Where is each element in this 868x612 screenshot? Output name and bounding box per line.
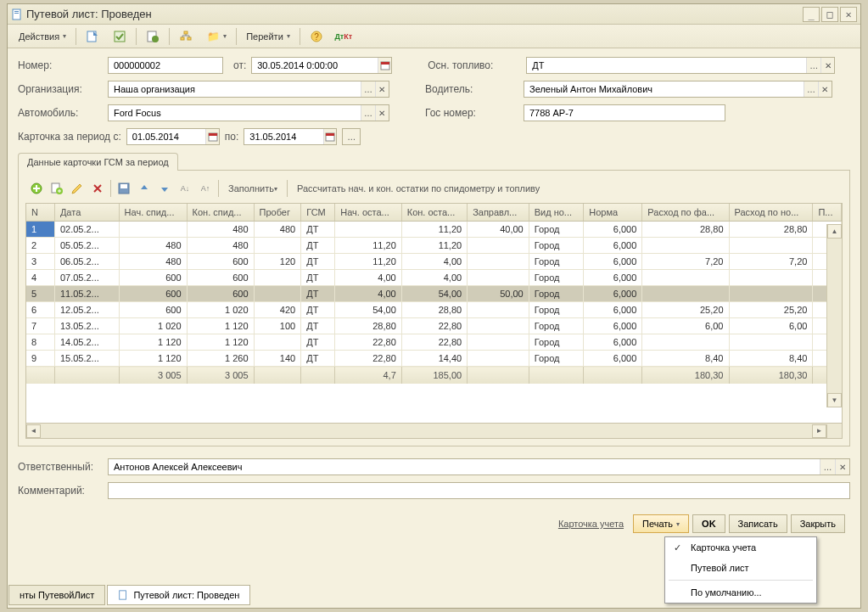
grid-header[interactable]: Кон. спид... [187, 204, 254, 222]
select-icon[interactable]: … [820, 459, 834, 474]
folder-icon[interactable]: 📁▾ [200, 27, 232, 46]
org-field[interactable]: …✕ [108, 81, 389, 98]
calendar-icon[interactable] [323, 129, 336, 144]
table-row[interactable]: 612.05.2...6001 020420ДТ54,0028,80Город6… [26, 302, 842, 318]
calendar-icon[interactable] [205, 129, 218, 144]
comment-field[interactable] [108, 482, 850, 499]
dtkt-icon[interactable]: ДтКт [331, 27, 356, 46]
period-from-field[interactable] [126, 128, 220, 145]
popup-trip[interactable]: Путевой лист [665, 558, 816, 578]
scrollbar-vertical[interactable]: ▲ ▼ [826, 224, 842, 407]
table-row[interactable]: 814.05.2...1 1201 120ДТ22,8022,80Город6,… [26, 334, 842, 351]
scroll-up-icon[interactable]: ▲ [827, 224, 842, 239]
move-down-icon[interactable] [155, 179, 174, 198]
calendar-icon[interactable] [378, 58, 391, 73]
scroll-left-icon[interactable]: ◄ [26, 424, 41, 438]
card-link[interactable]: Карточка учета [552, 514, 630, 533]
select-icon[interactable]: … [361, 105, 374, 121]
actions-menu[interactable]: Действия▾ [13, 27, 72, 46]
add-icon[interactable] [27, 179, 46, 198]
to-label: по: [225, 131, 239, 143]
auto-field[interactable]: …✕ [108, 104, 389, 121]
grid-header[interactable]: ГСМ [301, 204, 335, 222]
grid-header[interactable]: П... [813, 204, 842, 222]
help-icon[interactable]: ? [304, 27, 329, 46]
save-button[interactable]: Записать [729, 514, 787, 533]
date-field[interactable] [251, 57, 392, 74]
data-grid[interactable]: NДатаНач. спид...Кон. спид...ПробегГСМНа… [25, 203, 843, 424]
period-select-button[interactable]: … [342, 128, 361, 145]
regnum-field[interactable] [524, 104, 725, 121]
select-icon[interactable]: … [804, 81, 817, 97]
clear-icon[interactable]: ✕ [818, 81, 832, 97]
table-row[interactable]: 102.05.2...480480ДТ11,2040,00Город6,0002… [26, 222, 842, 238]
fuel-field[interactable]: …✕ [526, 57, 835, 74]
period-to-field[interactable] [244, 128, 337, 145]
grid-header[interactable]: Нач. оста... [335, 204, 401, 222]
grid-header[interactable]: Расход по но... [729, 204, 813, 222]
close-button[interactable]: Закрыть [791, 514, 845, 533]
bottom-tab-right[interactable]: Путевой лист: Проведен [107, 585, 250, 605]
grid-header[interactable]: Нач. спид... [119, 204, 187, 222]
save-grid-icon[interactable] [115, 179, 133, 198]
clear-icon[interactable]: ✕ [820, 58, 834, 73]
table-row[interactable]: 205.05.2...480480ДТ11,2011,20Город6,000 [26, 238, 842, 254]
select-icon[interactable]: … [806, 58, 820, 73]
post-icon[interactable] [80, 27, 105, 46]
svg-rect-17 [326, 133, 334, 136]
svg-rect-0 [13, 9, 20, 20]
recalc-button[interactable]: Рассчитать нач. и кон. остатки по спидом… [291, 179, 546, 198]
responsible-label: Ответственный: [18, 461, 103, 473]
popup-card[interactable]: Карточка учета [665, 537, 816, 558]
fuel-label: Осн. топливо: [428, 59, 521, 71]
table-row[interactable]: 306.05.2...480600120ДТ11,204,00Город6,00… [26, 254, 842, 270]
clear-icon[interactable]: ✕ [375, 81, 389, 97]
goto-menu[interactable]: Перейти▾ [240, 27, 296, 46]
edit-icon[interactable] [68, 179, 87, 198]
grid-header[interactable]: Расход по фа... [642, 204, 729, 222]
svg-rect-15 [209, 133, 217, 136]
scroll-right-icon[interactable]: ► [812, 424, 826, 438]
table-row[interactable]: 511.05.2...600600ДТ4,0054,0050,00Город6,… [26, 286, 842, 302]
sort-desc-icon[interactable]: A↑ [196, 179, 215, 198]
grid-header[interactable]: Норма [584, 204, 642, 222]
svg-rect-8 [181, 37, 184, 40]
regnum-label: Гос номер: [425, 107, 518, 119]
grid-header[interactable]: Пробег [254, 204, 301, 222]
driver-label: Водитель: [425, 83, 518, 95]
number-field[interactable] [108, 57, 223, 74]
driver-field[interactable]: …✕ [524, 81, 832, 98]
save-icon[interactable] [107, 27, 132, 46]
table-row[interactable]: 915.05.2...1 1201 260140ДТ22,8014,40Горо… [26, 351, 842, 367]
responsible-field[interactable]: …✕ [108, 458, 850, 475]
close-button[interactable]: ✕ [840, 7, 857, 22]
scrollbar-horizontal[interactable]: ◄ ► [25, 424, 843, 439]
print-button[interactable]: Печать▾ [633, 514, 689, 533]
delete-icon[interactable] [88, 179, 107, 198]
bottom-tab-left[interactable]: нты ПутевойЛист [8, 585, 105, 605]
table-row[interactable]: 407.05.2...600600ДТ4,004,00Город6,000 [26, 270, 842, 286]
add-copy-icon[interactable] [48, 179, 66, 198]
select-icon[interactable]: … [361, 81, 374, 97]
table-row[interactable]: 713.05.2...1 0201 120100ДТ28,8022,80Горо… [26, 318, 842, 334]
svg-point-6 [152, 36, 159, 42]
clear-icon[interactable]: ✕ [835, 459, 849, 474]
maximize-button[interactable]: □ [821, 7, 838, 22]
minimize-button[interactable]: _ [803, 7, 820, 22]
move-up-icon[interactable] [135, 179, 154, 198]
main-toolbar: Действия▾ 📁▾ Перейти▾ ? ДтКт [8, 25, 860, 48]
fill-menu[interactable]: Заполнить▾ [222, 179, 283, 198]
refresh-icon[interactable] [140, 27, 165, 46]
ok-button[interactable]: OK [692, 514, 725, 533]
tab-gsm-data[interactable]: Данные карточки ГСМ за период [18, 153, 178, 171]
popup-default[interactable]: По умолчанию... [665, 582, 816, 603]
clear-icon[interactable]: ✕ [375, 105, 389, 121]
grid-header[interactable]: Кон. оста... [401, 204, 467, 222]
sort-asc-icon[interactable]: A↓ [176, 179, 194, 198]
grid-header[interactable]: Вид но... [529, 204, 584, 222]
grid-header[interactable]: N [26, 204, 54, 222]
scroll-down-icon[interactable]: ▼ [827, 393, 842, 407]
struct-icon[interactable] [173, 27, 199, 46]
grid-header[interactable]: Дата [54, 204, 119, 222]
grid-header[interactable]: Заправл... [468, 204, 529, 222]
